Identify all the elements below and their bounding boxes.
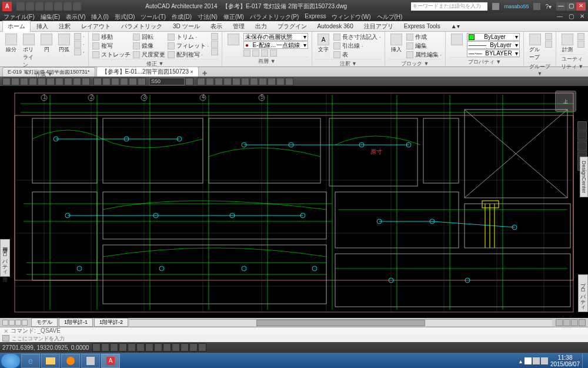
layout-prev-icon[interactable]	[9, 320, 15, 326]
dimension-button[interactable]: 長さ寸法記入 ·	[333, 33, 381, 41]
help-icon[interactable]: ?▾	[545, 4, 552, 10]
table-button[interactable]: 表	[333, 51, 381, 59]
osnap-toggle[interactable]	[128, 343, 136, 352]
drawing-canvas[interactable]: 1 2 3 4 5 原寸 上 DesignCenter プロパティ 画層プロパテ…	[0, 86, 588, 318]
linetype-combo[interactable]: —·—BYLAYER▾	[467, 49, 520, 57]
menu-view[interactable]: 表示(V)	[66, 13, 85, 21]
layout-model-tab[interactable]: モデル	[31, 318, 58, 327]
tab-parametric[interactable]: パラメトリック	[116, 21, 167, 32]
doc-restore-button[interactable]: ▢	[569, 13, 574, 21]
util-extra1[interactable]	[577, 33, 584, 40]
tab-insert[interactable]: 挿入	[32, 21, 53, 32]
qp-toggle[interactable]	[181, 343, 189, 352]
stretch-button[interactable]: ストレッチ	[92, 51, 131, 59]
fillet-button[interactable]: フィレット ·	[168, 42, 209, 50]
menu-modify[interactable]: 修正(M)	[223, 13, 244, 21]
group-extra[interactable]	[545, 33, 552, 40]
tool-9[interactable]	[73, 78, 81, 85]
palette-layer-manager[interactable]: 画層プロパティ管理	[0, 239, 10, 277]
group-extra2[interactable]	[545, 41, 552, 48]
tool-28[interactable]	[285, 78, 293, 85]
edit-block-button[interactable]: 編集	[406, 42, 442, 50]
taskbar-autocad[interactable]: A	[101, 354, 120, 368]
ribbon-expand-icon[interactable]: ▲▾	[446, 22, 465, 31]
trim-button[interactable]: トリム ·	[168, 33, 209, 41]
tool-1[interactable]	[2, 78, 11, 85]
taskbar-app[interactable]	[81, 354, 100, 368]
move-button[interactable]: 移動	[92, 33, 131, 41]
tray-flag-icon[interactable]	[524, 357, 532, 364]
tool-24[interactable]	[250, 78, 258, 85]
tab-a360[interactable]: Autodesk 360	[313, 22, 358, 31]
menu-express[interactable]: Express	[305, 13, 326, 21]
layout-first-icon[interactable]	[2, 320, 8, 326]
tool-26[interactable]	[268, 78, 276, 85]
menu-file[interactable]: ファイル(F)	[4, 13, 35, 21]
tray-network-icon[interactable]	[533, 357, 540, 364]
cmd-prompt-icon[interactable]	[2, 335, 9, 342]
tool-12[interactable]	[102, 78, 111, 85]
tab-express[interactable]: Express Tools	[399, 22, 445, 31]
tool-18[interactable]	[197, 78, 205, 85]
polyline-button[interactable]: ポリライン	[21, 33, 36, 69]
qat-undo-icon[interactable]	[45, 2, 53, 11]
panel-utilities-title[interactable]: ユーティリティ ▼	[560, 54, 584, 71]
grid-toggle[interactable]	[101, 343, 109, 352]
qat-open-icon[interactable]	[26, 2, 34, 11]
doc-close-button[interactable]: ✕	[580, 13, 584, 21]
text-button[interactable]: A文字	[316, 33, 331, 54]
horizontal-scrollbar[interactable]	[129, 319, 552, 326]
snap-toggle[interactable]	[92, 343, 101, 352]
menu-help[interactable]: ヘルプ(H)	[377, 13, 403, 21]
app-logo[interactable]: A	[2, 2, 12, 11]
panel-annotation-title[interactable]: 注釈 ▼	[316, 59, 381, 68]
taskbar-ie[interactable]: e	[21, 354, 40, 368]
new-tab-button[interactable]: ✚	[200, 70, 209, 77]
layer-combo[interactable]: ●E-配線…一点鎖線▾	[243, 41, 308, 49]
nav-pan-icon[interactable]	[577, 131, 587, 141]
tool-4[interactable]	[29, 78, 37, 85]
tool-27[interactable]	[276, 78, 285, 85]
util-extra2[interactable]	[577, 41, 584, 48]
scale-button[interactable]: 尺度変更	[133, 51, 165, 59]
tool-21[interactable]	[223, 78, 232, 85]
mirror-button[interactable]: 鏡像	[133, 42, 165, 50]
tab-annotate[interactable]: 注釈	[54, 21, 75, 32]
nav-zoom-icon[interactable]	[577, 141, 587, 151]
exchange-icon[interactable]	[533, 3, 540, 10]
panel-properties-title[interactable]: プロパティ ▼	[449, 57, 520, 66]
sc-toggle[interactable]	[189, 343, 198, 352]
draw-extra-1[interactable]: ·	[74, 33, 85, 40]
tab-output[interactable]: 出力	[250, 21, 272, 32]
tool-15[interactable]	[129, 78, 137, 85]
arc-button[interactable]: 円弧	[56, 33, 72, 54]
draw-extra-3[interactable]: ·	[74, 48, 85, 55]
leader-button[interactable]: 引出線 ·	[333, 42, 381, 50]
tool-8[interactable]	[64, 78, 72, 85]
dyn-toggle[interactable]	[154, 343, 162, 352]
lwt-toggle[interactable]	[163, 343, 171, 352]
measure-button[interactable]: 計測	[560, 33, 575, 54]
lineweight-combo[interactable]: ———ByLayer▾	[467, 41, 520, 49]
mod-extra-3[interactable]	[211, 48, 218, 55]
palette-properties[interactable]: プロパティ	[578, 274, 588, 312]
menu-format[interactable]: 形式(O)	[115, 13, 135, 21]
tool-19[interactable]	[206, 78, 214, 85]
match-properties-button[interactable]	[449, 33, 465, 46]
nav-wheel-icon[interactable]	[577, 121, 587, 131]
polar-toggle[interactable]	[119, 343, 127, 352]
tool-16[interactable]	[138, 78, 146, 85]
panel-layers-title[interactable]: 画層 ▼	[226, 57, 308, 65]
tray-volume-icon[interactable]	[541, 357, 548, 364]
layout-last-icon[interactable]	[22, 320, 28, 326]
tab-plugins[interactable]: プラグイン	[273, 21, 312, 32]
menu-insert[interactable]: 挿入(I)	[91, 13, 108, 21]
taskbar-media[interactable]	[61, 354, 80, 368]
ortho-toggle[interactable]	[110, 343, 118, 352]
command-input[interactable]	[12, 336, 586, 342]
copy-button[interactable]: 複写	[92, 42, 131, 50]
panel-modify-title[interactable]: 修正 ▼	[92, 59, 219, 68]
user-name[interactable]: masabo55	[504, 4, 529, 9]
tool-20[interactable]	[215, 78, 223, 85]
tool-5[interactable]	[38, 78, 46, 85]
